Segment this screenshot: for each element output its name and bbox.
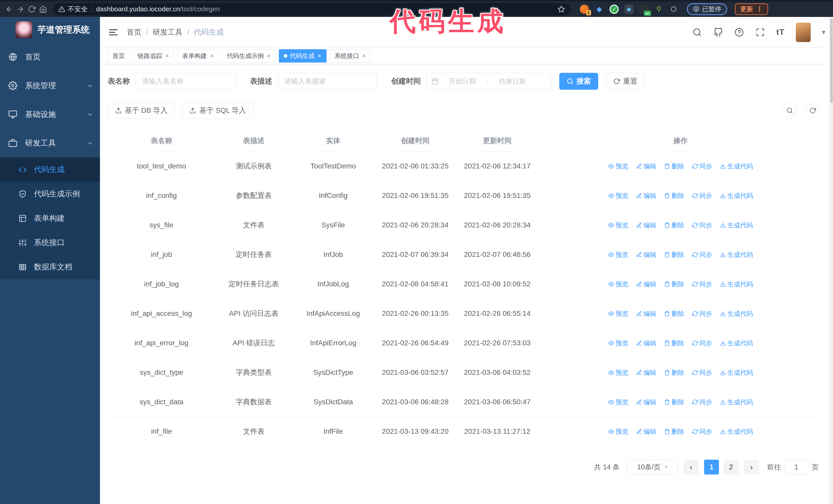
preview-link[interactable]: 预览 — [608, 162, 628, 170]
browser-back-icon[interactable] — [5, 5, 14, 14]
prev-page-button[interactable]: ‹ — [684, 460, 698, 475]
extension-icon-1[interactable]: 1 — [580, 5, 589, 14]
sidebar-item-system-management[interactable]: 系统管理 — [0, 71, 100, 100]
preview-link[interactable]: 预览 — [608, 427, 628, 436]
generate-code-link[interactable]: 生成代码 — [720, 162, 753, 170]
sync-link[interactable]: 同步 — [692, 221, 712, 230]
delete-link[interactable]: 删除 — [664, 339, 684, 347]
tab[interactable]: 系统接口 × — [330, 49, 371, 63]
fullscreen-icon[interactable] — [755, 27, 765, 37]
table-desc-input[interactable] — [278, 73, 377, 90]
hamburger-icon[interactable] — [108, 27, 119, 38]
browser-menu-dots-icon[interactable]: ⋮ — [756, 5, 763, 13]
edit-link[interactable]: 编辑 — [636, 427, 657, 436]
tab[interactable]: 代码生成 × — [279, 49, 327, 63]
breadcrumb-home[interactable]: 首页 — [127, 27, 142, 38]
sidebar-item-form-builder[interactable]: 表单构建 — [0, 206, 100, 231]
edit-link[interactable]: 编辑 — [636, 398, 657, 406]
sidebar-item-codegen-example[interactable]: 代码生成示例 — [0, 182, 100, 206]
extension-gem-icon[interactable]: ◆ — [595, 5, 604, 14]
github-icon[interactable] — [713, 27, 723, 37]
browser-reload-icon[interactable] — [27, 5, 37, 14]
url-path[interactable]: /tool/codegen — [180, 5, 220, 13]
page-number-button[interactable]: 1 — [704, 460, 719, 475]
sidebar-item-database-doc[interactable]: 数据库文档 — [0, 255, 100, 279]
generate-code-link[interactable]: 生成代码 — [720, 427, 753, 436]
extension-figure-icon[interactable]: ⚲ — [654, 5, 663, 14]
delete-link[interactable]: 删除 — [664, 221, 684, 230]
tab[interactable]: 首页 — [108, 49, 130, 63]
sidebar-item-infrastructure[interactable]: 基础设施 — [0, 100, 100, 129]
edit-link[interactable]: 编辑 — [636, 192, 657, 200]
preview-link[interactable]: 预览 — [608, 368, 628, 377]
sync-link[interactable]: 同步 — [692, 368, 712, 377]
sidebar-item-code-generation[interactable]: 代码生成 — [0, 158, 100, 182]
edit-link[interactable]: 编辑 — [636, 309, 657, 318]
tab[interactable]: 表单构建 × — [177, 49, 219, 63]
sidebar-item-dev-tools[interactable]: 研发工具 — [0, 129, 100, 158]
edit-link[interactable]: 编辑 — [636, 368, 657, 377]
extension-puzzle-icon[interactable]: ⬡ — [669, 5, 678, 14]
delete-link[interactable]: 删除 — [664, 250, 684, 259]
tab-close-icon[interactable]: × — [317, 52, 322, 59]
edit-link[interactable]: 编辑 — [636, 250, 657, 259]
preview-link[interactable]: 预览 — [608, 309, 628, 318]
reset-button[interactable]: 重置 — [606, 73, 645, 90]
edit-link[interactable]: 编辑 — [636, 339, 657, 347]
generate-code-link[interactable]: 生成代码 — [720, 309, 753, 318]
preview-link[interactable]: 预览 — [608, 221, 628, 230]
end-date-input[interactable] — [491, 77, 534, 86]
address-bar[interactable]: 不安全 dashboard.yudao.iocoder.cn /tool/cod… — [53, 3, 571, 16]
sync-link[interactable]: 同步 — [692, 427, 712, 436]
generate-code-link[interactable]: 生成代码 — [720, 398, 753, 406]
generate-code-link[interactable]: 生成代码 — [720, 192, 753, 200]
browser-home-icon[interactable] — [39, 5, 48, 14]
delete-link[interactable]: 删除 — [664, 162, 684, 170]
delete-link[interactable]: 删除 — [664, 398, 684, 406]
import-from-db-button[interactable]: 基于 DB 导入 — [108, 102, 175, 119]
generate-code-link[interactable]: 生成代码 — [720, 280, 753, 288]
toggle-search-button[interactable] — [782, 103, 797, 118]
browser-update-button[interactable]: 更新 ⋮ — [735, 3, 768, 15]
avatar-caret-icon[interactable]: ▾ — [822, 28, 825, 36]
sync-link[interactable]: 同步 — [692, 250, 712, 259]
preview-link[interactable]: 预览 — [608, 280, 628, 288]
start-date-input[interactable] — [441, 77, 484, 86]
sync-link[interactable]: 同步 — [692, 162, 712, 170]
delete-link[interactable]: 删除 — [664, 427, 684, 436]
tab-close-icon[interactable]: × — [266, 52, 271, 59]
delete-link[interactable]: 删除 — [664, 280, 684, 288]
extension-check-icon[interactable]: ✓ — [610, 5, 619, 14]
edit-link[interactable]: 编辑 — [636, 162, 657, 170]
create-time-range-picker[interactable]: - — [427, 73, 551, 90]
preview-link[interactable]: 预览 — [608, 192, 628, 200]
header-search-icon[interactable] — [692, 27, 702, 37]
breadcrumb-dev-tools[interactable]: 研发工具 — [153, 27, 183, 38]
page-number-button[interactable]: 2 — [723, 460, 738, 475]
font-size-icon[interactable]: tT — [776, 27, 785, 37]
browser-forward-icon[interactable] — [16, 5, 25, 14]
edit-link[interactable]: 编辑 — [636, 221, 657, 230]
security-label[interactable]: 不安全 — [68, 5, 88, 14]
preview-link[interactable]: 预览 — [608, 398, 628, 406]
tab[interactable]: 代码生成示例 × — [222, 49, 276, 63]
edit-link[interactable]: 编辑 — [636, 280, 657, 288]
bookmark-star-icon[interactable] — [557, 5, 566, 14]
next-page-button[interactable]: › — [744, 460, 759, 475]
sync-link[interactable]: 同步 — [692, 339, 712, 347]
extension-grid-icon[interactable]: ◆ — [624, 5, 634, 14]
sync-link[interactable]: 同步 — [692, 309, 712, 318]
avatar[interactable] — [796, 23, 811, 42]
help-icon[interactable] — [734, 27, 744, 37]
sync-link[interactable]: 同步 — [692, 398, 712, 406]
sidebar-item-system-api[interactable]: 系统接口 — [0, 231, 100, 255]
generate-code-link[interactable]: 生成代码 — [720, 221, 753, 230]
tab-close-icon[interactable]: × — [209, 52, 214, 59]
generate-code-link[interactable]: 生成代码 — [720, 250, 753, 259]
tab-close-icon[interactable]: × — [165, 52, 169, 59]
generate-code-link[interactable]: 生成代码 — [720, 368, 753, 377]
delete-link[interactable]: 删除 — [664, 368, 684, 377]
profile-paused-chip[interactable]: 😲 已暂停 — [687, 3, 727, 15]
sync-link[interactable]: 同步 — [692, 192, 712, 200]
import-from-sql-button[interactable]: 基于 SQL 导入 — [182, 102, 254, 119]
